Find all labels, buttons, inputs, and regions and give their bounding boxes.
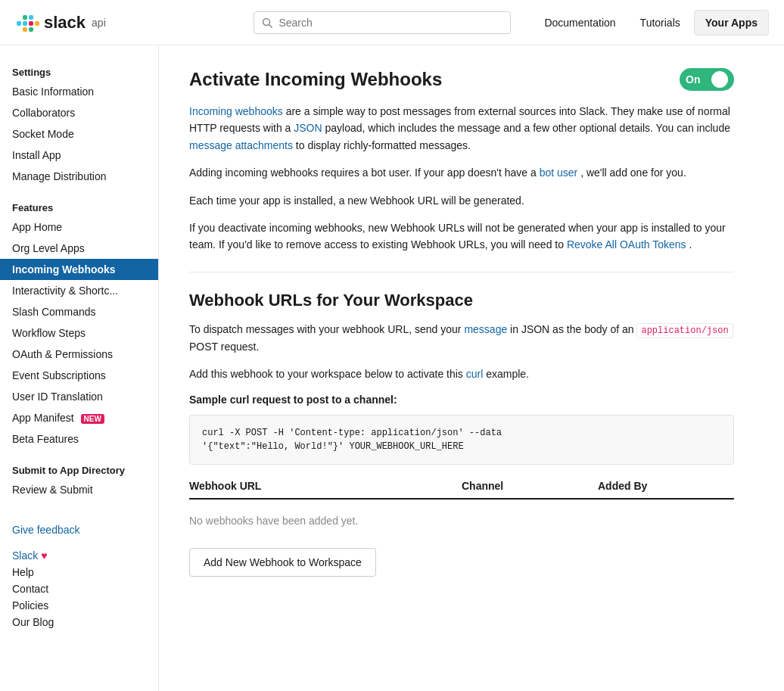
table-header: Webhook URL Channel Added By	[189, 480, 734, 500]
toggle-circle	[711, 71, 728, 88]
add-webhook-button[interactable]: Add New Webhook to Workspace	[189, 548, 376, 577]
sidebar-item-slash-commands[interactable]: Slash Commands	[0, 301, 158, 322]
revoke-oauth-link[interactable]: Revoke All OAuth Tokens	[567, 238, 686, 251]
section-title: Activate Incoming Webhooks	[189, 69, 442, 90]
json-link[interactable]: JSON	[294, 122, 322, 134]
sidebar-item-socket-mode[interactable]: Socket Mode	[0, 123, 158, 145]
submit-section-title: Submit to App Directory	[0, 459, 158, 479]
message-attachments-link[interactable]: message attachments	[189, 139, 293, 151]
bot-user-link[interactable]: bot user	[540, 167, 578, 179]
webhook-para2: Add this webhook to your workspace below…	[189, 366, 734, 382]
sidebar-footer-give-feedback[interactable]: Give feedback	[12, 521, 146, 538]
svg-rect-7	[35, 21, 39, 26]
webhook-para1: To dispatch messages with your webhook U…	[189, 321, 734, 356]
search-input-wrap[interactable]	[254, 11, 511, 34]
nav-your-apps[interactable]: Your Apps	[694, 10, 769, 36]
heart-icon: ♥	[41, 549, 47, 562]
features-section-title: Features	[0, 196, 158, 216]
sidebar-item-oauth-permissions[interactable]: OAuth & Permissions	[0, 344, 158, 365]
app-header: slack api Documentation Tutorials Your A…	[0, 0, 784, 45]
sample-curl-title: Sample curl request to post to a channel…	[189, 394, 734, 406]
svg-rect-5	[29, 15, 33, 20]
col-webhook-url: Webhook URL	[189, 480, 462, 492]
search-area	[254, 11, 511, 34]
sidebar-item-review-submit[interactable]: Review & Submit	[0, 479, 158, 500]
sidebar-footer: Give feedback Slack ♥ Help Contact Polic…	[0, 509, 158, 630]
col-channel: Channel	[462, 480, 598, 492]
section-body: Incoming webhooks are a simple way to po…	[189, 103, 734, 254]
incoming-webhooks-link[interactable]: Incoming webhooks	[189, 105, 283, 117]
sidebar-footer-our-blog[interactable]: Our Blog	[12, 614, 146, 630]
search-input[interactable]	[278, 17, 502, 29]
webhook-section-body: To dispatch messages with your webhook U…	[189, 321, 734, 383]
code-block: curl -X POST -H 'Content-type: applicati…	[189, 415, 734, 465]
sidebar-item-org-level-apps[interactable]: Org Level Apps	[0, 238, 158, 259]
sidebar-item-interactivity[interactable]: Interactivity & Shortc...	[0, 280, 158, 301]
sidebar-item-event-subscriptions[interactable]: Event Subscriptions	[0, 365, 158, 386]
nav-tutorials[interactable]: Tutorials	[630, 11, 691, 35]
page-layout: Settings Basic Information Collaborators…	[0, 45, 784, 691]
svg-rect-4	[29, 21, 33, 26]
svg-rect-1	[23, 21, 27, 26]
sidebar-item-basic-information[interactable]: Basic Information	[0, 81, 158, 102]
svg-rect-6	[29, 27, 33, 32]
body-para3: Each time your app is installed, a new W…	[189, 192, 734, 209]
message-link[interactable]: message	[464, 323, 507, 335]
webhook-section-title: Webhook URLs for Your Workspace	[189, 291, 734, 310]
sidebar-footer-policies[interactable]: Policies	[12, 597, 146, 614]
settings-section-title: Settings	[0, 61, 158, 81]
sidebar-item-install-app[interactable]: Install App	[0, 145, 158, 166]
table-empty-message: No webhooks have been added yet.	[189, 506, 734, 536]
slack-heart-text: Slack ♥	[12, 549, 47, 562]
sidebar-item-manage-distribution[interactable]: Manage Distribution	[0, 166, 158, 187]
webhook-table: Webhook URL Channel Added By No webhooks…	[189, 480, 734, 536]
sidebar: Settings Basic Information Collaborators…	[0, 45, 159, 691]
logo-area: slack api	[15, 11, 106, 35]
search-icon	[262, 17, 272, 28]
body-para4: If you deactivate incoming webhooks, new…	[189, 219, 734, 254]
toggle-label: On	[686, 73, 700, 86]
sidebar-item-app-manifest[interactable]: App Manifest NEW	[0, 407, 158, 428]
main-content: Activate Incoming Webhooks On Incoming w…	[159, 45, 764, 691]
main-nav: Documentation Tutorials Your Apps	[534, 10, 769, 36]
curl-link[interactable]: curl	[466, 368, 484, 380]
logo-slack-text: slack	[44, 13, 86, 33]
sidebar-item-beta-features[interactable]: Beta Features	[0, 428, 158, 450]
sidebar-footer-help[interactable]: Help	[12, 564, 146, 581]
sidebar-item-workflow-steps[interactable]: Workflow Steps	[0, 322, 158, 344]
sidebar-footer-slack[interactable]: Slack ♥	[12, 547, 146, 564]
svg-line-9	[269, 24, 272, 27]
slack-logo-icon	[15, 11, 39, 35]
sidebar-footer-contact[interactable]: Contact	[12, 581, 146, 597]
section-header: Activate Incoming Webhooks On	[189, 68, 734, 91]
svg-rect-3	[23, 27, 27, 32]
logo-api-text: api	[92, 17, 106, 29]
sidebar-item-incoming-webhooks[interactable]: Incoming Webhooks	[0, 259, 158, 280]
svg-rect-0	[17, 21, 21, 26]
application-json-code: application/json	[636, 323, 733, 338]
toggle-button[interactable]: On	[680, 68, 734, 91]
new-badge: NEW	[81, 414, 104, 424]
sidebar-item-user-id-translation[interactable]: User ID Translation	[0, 386, 158, 407]
divider	[189, 272, 734, 272]
body-para2: Adding incoming webhooks requires a bot …	[189, 164, 734, 181]
sidebar-item-collaborators[interactable]: Collaborators	[0, 102, 158, 123]
nav-documentation[interactable]: Documentation	[534, 11, 626, 35]
body-para1: Incoming webhooks are a simple way to po…	[189, 103, 734, 154]
svg-rect-2	[23, 15, 27, 20]
sidebar-item-app-home[interactable]: App Home	[0, 216, 158, 238]
col-added-by: Added By	[598, 480, 734, 492]
